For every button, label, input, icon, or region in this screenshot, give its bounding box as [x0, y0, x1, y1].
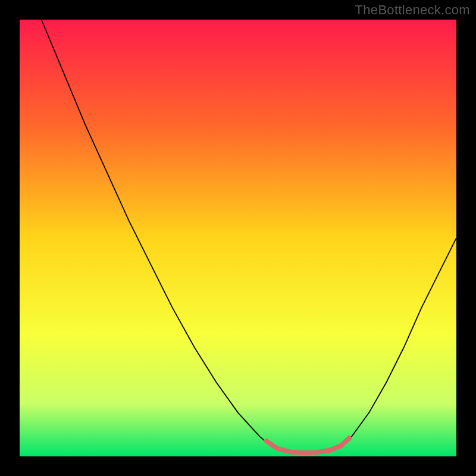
- chart-frame: TheBottleneck.com: [0, 0, 476, 476]
- watermark-text: TheBottleneck.com: [355, 2, 470, 18]
- bottleneck-chart: [0, 0, 476, 476]
- plot-background: [20, 20, 456, 456]
